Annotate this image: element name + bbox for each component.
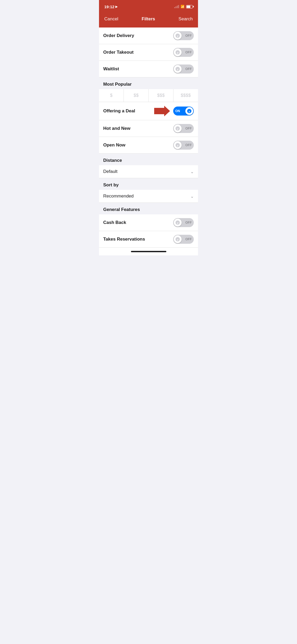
hot-and-new-row: Hot and New OFF y — [99, 120, 198, 137]
cancel-button[interactable]: Cancel — [104, 16, 118, 22]
status-bar: 19:12 ▶ 📶 — [99, 0, 198, 12]
svg-text:y: y — [177, 221, 178, 224]
toggle-thumb: y — [174, 125, 182, 132]
distance-header: Distance — [99, 154, 198, 165]
price-option-3[interactable]: $$$ — [149, 89, 173, 102]
toggle-on-label: ON — [175, 109, 180, 113]
toggle-thumb: y — [174, 32, 182, 40]
hot-and-new-toggle[interactable]: OFF y — [173, 124, 194, 133]
price-selector: $ $$ $$$ $$$$ — [99, 89, 198, 102]
svg-text:y: y — [177, 34, 178, 37]
price-option-2[interactable]: $$ — [124, 89, 149, 102]
svg-text:y: y — [177, 51, 178, 54]
svg-text:y: y — [177, 68, 178, 71]
toggle-off-label: OFF — [185, 143, 192, 147]
price-option-4[interactable]: $$$$ — [173, 89, 198, 102]
open-now-label: Open Now — [103, 142, 125, 148]
offering-a-deal-row: Offering a Deal ON y — [99, 102, 198, 120]
order-takeout-row: Order Takeout OFF y — [99, 44, 198, 61]
most-popular-header: Most Popular — [99, 77, 198, 89]
yelp-icon: y — [175, 126, 180, 131]
location-icon: ▶ — [115, 5, 117, 8]
signal-icon — [174, 5, 179, 8]
svg-text:y: y — [177, 144, 178, 147]
yelp-icon: y — [187, 109, 192, 113]
time-display: 19:12 — [104, 4, 114, 9]
red-arrow-indicator — [154, 106, 170, 116]
toggle-off-label: OFF — [185, 34, 192, 38]
chevron-down-icon: ⌄ — [190, 169, 194, 174]
cash-back-toggle[interactable]: OFF y — [173, 218, 194, 227]
toggle-thumb: y — [174, 48, 182, 56]
order-delivery-label: Order Delivery — [103, 33, 134, 38]
home-bar — [131, 251, 166, 252]
chevron-down-icon: ⌄ — [190, 194, 194, 199]
open-now-row: Open Now OFF y — [99, 137, 198, 154]
svg-text:y: y — [177, 127, 178, 130]
top-filters-section: Order Delivery OFF y Order Takeout OFF — [99, 27, 198, 77]
offering-a-deal-toggle[interactable]: ON y — [173, 107, 194, 116]
takes-reservations-toggle[interactable]: OFF y — [173, 235, 194, 244]
wifi-icon: 📶 — [181, 5, 185, 8]
toggle-thumb: y — [174, 235, 182, 243]
toggle-off-label: OFF — [185, 221, 192, 224]
battery-icon — [186, 5, 193, 8]
distance-value: Default — [103, 169, 117, 174]
toggle-thumb: y — [174, 65, 182, 73]
hot-and-new-label: Hot and New — [103, 126, 130, 131]
takes-reservations-label: Takes Reservations — [103, 237, 145, 242]
yelp-icon: y — [175, 143, 180, 148]
sort-by-title: Sort by — [103, 182, 119, 187]
offering-a-deal-container: Offering a Deal ON y — [99, 102, 198, 120]
yelp-icon: y — [175, 237, 180, 242]
toggle-off-label: OFF — [185, 237, 192, 241]
status-icons: 📶 — [174, 5, 193, 8]
order-takeout-toggle[interactable]: OFF y — [173, 48, 194, 57]
sort-by-header: Sort by — [99, 178, 198, 190]
toggle-off-label: OFF — [185, 127, 192, 130]
price-option-1[interactable]: $ — [99, 89, 124, 102]
sort-by-dropdown[interactable]: Recommended ⌄ — [99, 190, 198, 203]
distance-title: Distance — [103, 158, 122, 163]
toggle-thumb: y — [174, 141, 182, 149]
takes-reservations-row: Takes Reservations OFF y — [99, 231, 198, 248]
svg-text:y: y — [177, 238, 178, 241]
open-now-toggle[interactable]: OFF y — [173, 141, 194, 150]
toggle-thumb: y — [174, 219, 182, 227]
waitlist-label: Waitlist — [103, 66, 119, 72]
waitlist-row: Waitlist OFF y — [99, 61, 198, 77]
content: Order Delivery OFF y Order Takeout OFF — [99, 27, 198, 248]
sort-by-value: Recommended — [103, 194, 134, 199]
svg-text:y: y — [188, 110, 190, 113]
toggle-off-label: OFF — [185, 50, 192, 54]
most-popular-title: Most Popular — [103, 82, 132, 87]
order-delivery-toggle[interactable]: OFF y — [173, 31, 194, 40]
toggle-thumb: y — [185, 107, 193, 115]
nav-bar: Cancel Filters Search — [99, 12, 198, 27]
distance-dropdown[interactable]: Default ⌄ — [99, 165, 198, 178]
offering-a-deal-label: Offering a Deal — [103, 108, 135, 114]
cash-back-label: Cash Back — [103, 220, 126, 225]
home-indicator — [99, 248, 198, 255]
cash-back-row: Cash Back OFF y — [99, 214, 198, 231]
yelp-icon: y — [175, 33, 180, 38]
nav-title: Filters — [142, 16, 155, 22]
status-time: 19:12 ▶ — [104, 4, 117, 9]
search-button[interactable]: Search — [178, 16, 193, 22]
general-features-header: General Features — [99, 203, 198, 214]
order-delivery-row: Order Delivery OFF y — [99, 27, 198, 44]
general-features-title: General Features — [103, 207, 140, 212]
toggle-off-label: OFF — [185, 67, 192, 71]
svg-marker-6 — [154, 106, 170, 116]
order-takeout-label: Order Takeout — [103, 50, 134, 55]
yelp-icon: y — [175, 67, 180, 71]
yelp-icon: y — [175, 220, 180, 225]
yelp-icon: y — [175, 50, 180, 55]
waitlist-toggle[interactable]: OFF y — [173, 65, 194, 73]
